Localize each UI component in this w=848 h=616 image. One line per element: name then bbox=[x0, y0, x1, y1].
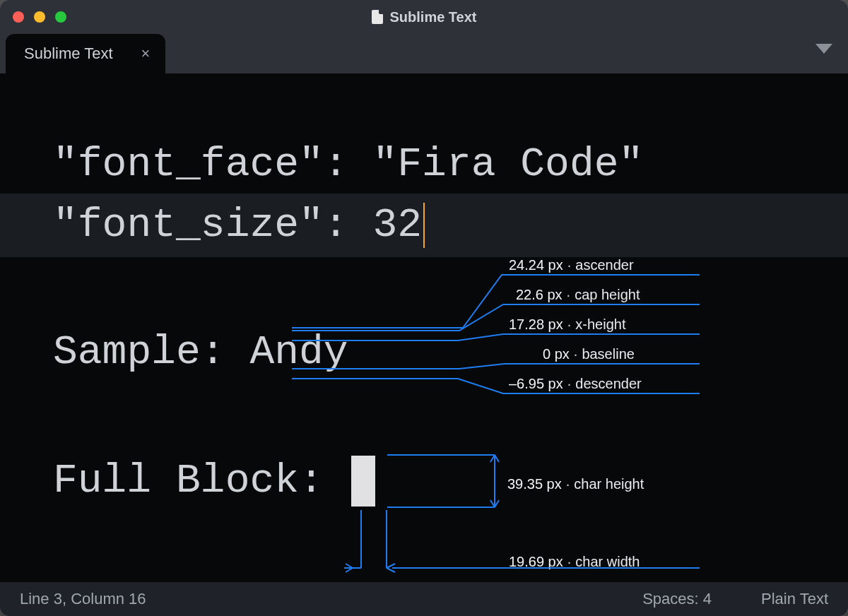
code-text: "font_face": "Fira Code" bbox=[53, 144, 643, 185]
metric-name: x-height bbox=[575, 316, 625, 332]
metric-value: 19.69 px bbox=[509, 554, 563, 569]
tab-label: Sublime Text bbox=[24, 45, 113, 63]
metric-name: descender bbox=[575, 376, 641, 391]
status-indent[interactable]: Spaces: 4 bbox=[642, 590, 712, 608]
tab-bar: Sublime Text × bbox=[0, 34, 848, 73]
metric-descender: –6.95 px·descender bbox=[509, 376, 642, 392]
status-syntax[interactable]: Plain Text bbox=[761, 590, 828, 608]
status-bar: Line 3, Column 16 Spaces: 4 Plain Text bbox=[0, 582, 848, 616]
metric-ascender: 24.24 px·ascender bbox=[509, 257, 634, 273]
metric-name: baseline bbox=[582, 346, 635, 362]
editor-area[interactable]: "font_face": "Fira Code" "font_size": 32… bbox=[0, 73, 848, 582]
metric-value: 24.24 px bbox=[509, 257, 563, 273]
metric-name: char width bbox=[575, 554, 640, 569]
zoom-icon[interactable] bbox=[55, 11, 66, 23]
code-line-1[interactable]: "font_face": "Fira Code" bbox=[0, 136, 848, 194]
code-line-2[interactable]: "font_size": 32 bbox=[0, 194, 848, 257]
close-tab-icon[interactable]: × bbox=[141, 46, 151, 61]
metric-char-height: 39.35 px·char height bbox=[507, 476, 644, 492]
minimize-icon[interactable] bbox=[34, 11, 45, 23]
metric-xheight: 17.28 px·x-height bbox=[509, 316, 625, 333]
metric-name: ascender bbox=[575, 257, 633, 273]
file-icon bbox=[372, 10, 383, 24]
metric-baseline: 0 px·baseline bbox=[543, 346, 635, 362]
window-title: Sublime Text bbox=[390, 9, 477, 25]
tab-overflow-icon[interactable] bbox=[815, 44, 832, 54]
traffic-lights bbox=[0, 11, 66, 23]
metric-value: –6.95 px bbox=[509, 376, 563, 391]
metric-value: 22.6 px bbox=[516, 287, 563, 302]
text-cursor bbox=[423, 203, 425, 248]
title-center: Sublime Text bbox=[0, 9, 848, 25]
metric-char-width: 19.69 px·char width bbox=[509, 554, 640, 570]
block-label: Full Block: bbox=[53, 461, 348, 502]
metric-value: 0 px bbox=[543, 346, 570, 362]
title-bar[interactable]: Sublime Text bbox=[0, 0, 848, 34]
metric-name: char height bbox=[574, 476, 644, 492]
app-window: Sublime Text Sublime Text × "font_face":… bbox=[0, 0, 848, 616]
sample-line[interactable]: Sample: Andy bbox=[0, 324, 848, 381]
block-line[interactable]: Full Block: bbox=[0, 452, 848, 510]
metric-cap: 22.6 px·cap height bbox=[516, 287, 640, 303]
metric-value: 17.28 px bbox=[509, 316, 563, 332]
sample-text: Sample: Andy bbox=[53, 332, 348, 373]
tab-active[interactable]: Sublime Text × bbox=[6, 34, 165, 73]
metric-value: 39.35 px bbox=[507, 476, 562, 492]
close-icon[interactable] bbox=[13, 11, 24, 23]
status-cursor-pos[interactable]: Line 3, Column 16 bbox=[20, 590, 146, 608]
metric-name: cap height bbox=[575, 287, 640, 302]
full-block-glyph bbox=[351, 456, 375, 507]
code-text: "font_size": 32 bbox=[53, 205, 422, 246]
